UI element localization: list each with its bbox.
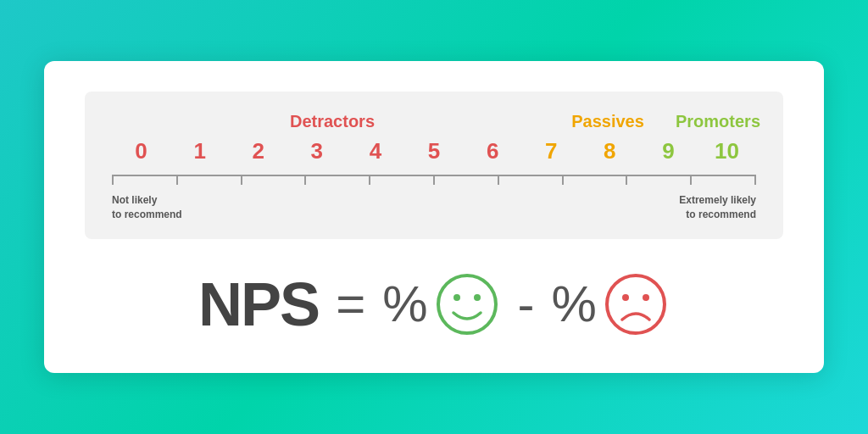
promoters-label: Promoters (663, 112, 773, 131)
tick-6 (498, 176, 499, 185)
num-2: 2 (229, 138, 287, 164)
tick-3 (304, 176, 306, 185)
svg-point-3 (607, 275, 665, 333)
tick-marks (112, 176, 756, 185)
num-3: 3 (287, 138, 346, 164)
tick-5 (433, 176, 435, 185)
num-7: 7 (522, 138, 581, 164)
svg-point-2 (474, 294, 481, 301)
num-5: 5 (404, 138, 463, 164)
num-6: 6 (464, 138, 522, 164)
tick-9 (690, 176, 692, 185)
svg-point-0 (438, 275, 496, 333)
svg-point-5 (643, 294, 649, 301)
category-labels: Detractors Passives Promoters (112, 112, 756, 131)
promoters-formula-group: % (382, 270, 500, 338)
num-0: 0 (112, 138, 170, 164)
svg-point-1 (453, 294, 460, 301)
tick-1 (176, 176, 178, 185)
nps-label: NPS (198, 270, 319, 339)
sad-face-icon (602, 270, 670, 338)
num-8: 8 (581, 138, 639, 164)
tick-10 (754, 176, 756, 185)
happy-face-icon (433, 270, 501, 338)
tick-7 (562, 176, 564, 185)
tick-4 (369, 176, 370, 185)
num-4: 4 (346, 138, 404, 164)
label-not-likely: Not likelyto recommend (112, 193, 182, 222)
scale-line-container (112, 175, 756, 185)
num-10: 10 (698, 138, 756, 164)
tick-0 (112, 176, 114, 185)
tick-8 (626, 176, 627, 185)
num-1: 1 (170, 138, 229, 164)
detractors-label: Detractors (112, 112, 553, 131)
percent-promoters: % (382, 275, 427, 333)
main-card: Detractors Passives Promoters 0 1 2 3 4 … (44, 61, 824, 373)
tick-2 (241, 176, 242, 185)
detractors-formula-group: % (552, 270, 670, 338)
svg-point-4 (622, 294, 629, 301)
percent-detractors: % (552, 275, 597, 333)
scale-bottom-labels: Not likelyto recommend Extremely likelyt… (112, 193, 756, 222)
equals-sign: = (336, 275, 365, 333)
scale-section: Detractors Passives Promoters 0 1 2 3 4 … (85, 92, 783, 239)
label-extremely-likely: Extremely likelyto recommend (679, 193, 756, 222)
numbers-row: 0 1 2 3 4 5 6 7 8 9 10 (112, 138, 756, 164)
formula-section: NPS = % - % (85, 270, 783, 339)
minus-sign: - (518, 275, 535, 333)
num-9: 9 (639, 138, 698, 164)
passives-label: Passives (553, 112, 663, 131)
